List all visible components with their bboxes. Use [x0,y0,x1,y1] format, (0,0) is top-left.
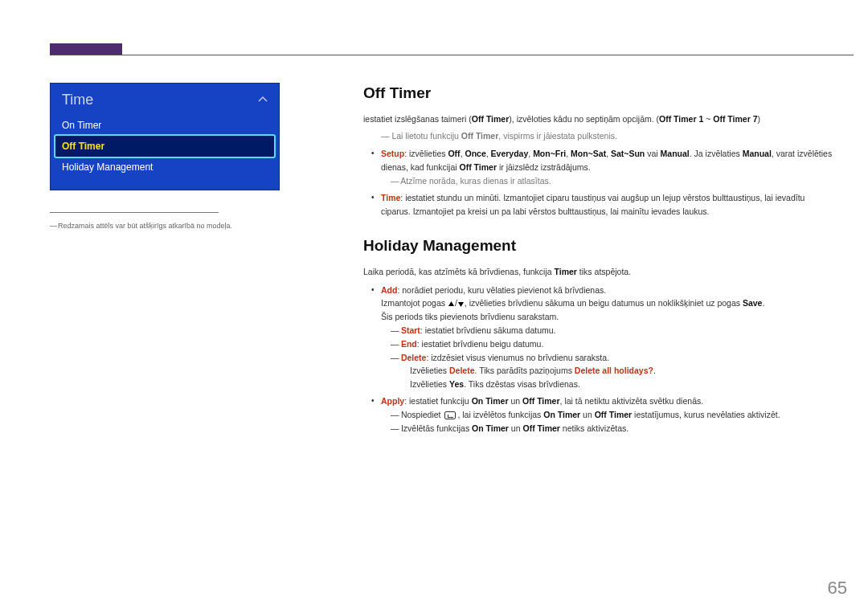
side-note: ―Redzamais attēls var būt atšķirīgs atka… [50,222,291,230]
sub-delete-msg2: Izvēlieties Yes. Tiks dzēstas visas brīv… [410,378,833,391]
sub-start: ― Start: iestatiet brīvdienu sākuma datu… [400,324,833,337]
chevron-up-icon [258,95,268,104]
content: Off Timer iestatiet izslēgšanas taimeri … [363,84,833,439]
menu-panel: Time On Timer Off Timer Holiday Manageme… [50,83,280,190]
side-note-rule [50,212,219,213]
sub-end: ― End: iestatiet brīvdienu beigu datumu. [400,337,833,351]
hm-list: Add: norādiet periodu, kuru vēlaties pie… [381,284,833,435]
off-timer-list: Setup: izvēlieties Off, Once, Everyday, … [381,147,833,218]
sub-delete: ― Delete: izdzēsiet visus vienumus no br… [400,351,833,365]
off-timer-intro: iestatiet izslēgšanas taimeri (Off Timer… [363,113,833,125]
menu-title: Time [51,88,279,115]
list-item-time: Time: iestatiet stundu un minūti. Izmant… [381,191,833,219]
heading-holiday-management: Holiday Management [363,237,833,255]
page: Time On Timer Off Timer Holiday Manageme… [0,0,868,613]
menu-item-off-timer[interactable]: Off Timer [55,136,274,157]
sub-apply-2: ― Izvēlētās funkcijas On Timer un Off Ti… [400,422,833,435]
setup-subnote: ― Atzīme norāda, kuras dienas ir atlasīt… [400,174,833,188]
heading-off-timer: Off Timer [363,84,833,102]
off-timer-note-clock: ― Lai lietotu funkciju Off Timer, vispir… [381,130,833,142]
sub-apply-1: ― Nospiediet , lai izvēlētos funkcijas O… [400,408,833,422]
menu-item-on-timer[interactable]: On Timer [51,115,279,136]
enter-icon [444,411,456,419]
triangle-down-icon [457,300,465,308]
header-rule [50,55,854,55]
header-accent [50,43,122,55]
list-item-add: Add: norādiet periodu, kuru vēlaties pie… [381,284,833,391]
page-number: 65 [828,578,847,599]
sub-delete-msg1: Izvēlieties Delete. Tiks parādīts paziņo… [410,364,833,378]
triangle-up-icon [448,300,455,308]
list-item-setup: Setup: izvēlieties Off, Once, Everyday, … [381,147,833,187]
menu-item-holiday-management[interactable]: Holiday Management [51,157,279,178]
hm-intro: Laika periodā, kas atzīmēts kā brīvdiena… [363,266,833,278]
list-item-apply: Apply: iestatiet funkciju On Timer un Of… [381,394,833,435]
